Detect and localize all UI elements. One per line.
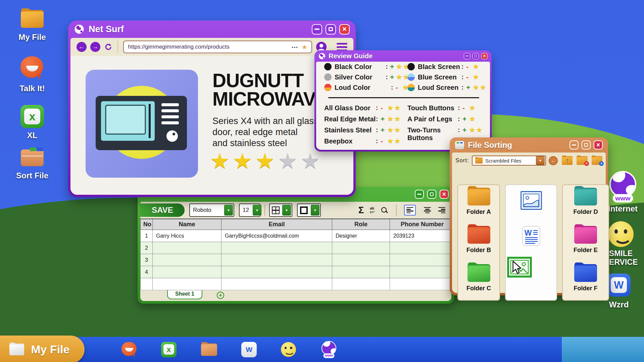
taskbar-icon-smile[interactable] [281,342,296,357]
font-dropdown[interactable]: Roboto ▾ [189,203,234,217]
save-button[interactable]: SAVE [140,203,185,217]
taskbar-icon-xl[interactable]: x [161,342,177,357]
taskbar-icon-talk-it[interactable] [121,342,137,357]
desktop-icon-label: Wzrd [604,300,634,309]
align-center-button[interactable] [424,207,431,214]
chevron-down-icon[interactable]: ▾ [282,205,291,216]
up-arrow-icon: ↑ [565,156,569,164]
chevron-down-icon[interactable]: ▾ [224,205,233,216]
sort-dropdown[interactable]: Scrambled Files ▾ [472,156,546,166]
sum-button[interactable]: Σ [358,205,364,216]
folder-item[interactable]: Folder E [563,226,608,254]
folder-item[interactable]: Folder A [458,188,499,216]
folder-item[interactable]: Folder B [458,226,499,254]
table-row [141,278,452,290]
chevron-down-icon[interactable]: ▾ [536,156,545,165]
table-cell[interactable]: 4 [141,266,153,278]
add-sheet-button[interactable]: + [217,292,224,299]
table-cell[interactable]: 2039123 [390,230,452,242]
folder-item[interactable]: Folder D [563,188,608,216]
image-file-blue[interactable] [506,191,556,210]
minimize-button[interactable] [464,53,470,59]
table-cell[interactable]: 3 [141,254,153,266]
word-document-file[interactable]: W [506,226,556,246]
maximize-button[interactable] [427,190,436,199]
back-button[interactable]: ← [77,42,87,52]
minimize-button[interactable] [569,140,579,149]
desktop-icon-talk-it[interactable]: Talk It! [12,56,52,79]
minimize-button[interactable] [415,190,424,199]
table-cell[interactable] [390,278,452,290]
maximize-button[interactable] [582,140,591,149]
search-icon[interactable] [381,206,388,214]
table-cell[interactable] [332,278,390,290]
color-dot [324,84,332,91]
refresh-icon[interactable] [104,43,112,51]
table-cell[interactable]: 2 [141,242,153,254]
folder-icon [574,188,597,205]
close-button[interactable]: × [481,53,488,59]
url-menu-icon[interactable]: ••• [292,45,298,50]
align-left-button[interactable] [404,205,416,216]
table-cell[interactable] [221,278,332,290]
font-size-dropdown[interactable]: 12 ▾ [239,203,260,217]
table-cell[interactable]: Garry Hiccs [153,230,221,242]
close-button[interactable]: × [440,190,449,199]
chevron-down-icon[interactable]: ▾ [253,205,261,216]
table-cell[interactable]: 1 [141,230,153,242]
align-right-button[interactable] [438,207,445,214]
table-cell[interactable] [141,278,153,290]
folder-item[interactable]: Folder C [458,264,499,292]
review-item-label: Silver Color [335,73,386,81]
folder-icon [467,226,490,244]
table-cell[interactable]: Designer [332,230,390,242]
borders-dropdown[interactable]: ▾ [269,203,292,217]
desktop-icon-sort-file[interactable]: Sort File [12,147,52,166]
close-button[interactable]: × [339,24,350,35]
menu-icon[interactable] [337,43,347,51]
minimize-button[interactable] [312,24,322,35]
table-cell[interactable]: GarryBigHIccss@coldmail.com [221,230,332,242]
image-file-green[interactable] [507,257,556,278]
divider [328,97,479,98]
close-button[interactable]: × [594,140,603,149]
maximize-button[interactable] [326,24,336,35]
table-cell[interactable] [221,242,332,254]
fill-dropdown[interactable]: ▾ [297,203,321,217]
review-row: Touch Buttons : - ★ [407,103,490,114]
table-cell[interactable] [221,266,332,278]
bookmark-star-icon[interactable]: ★ [302,43,307,51]
table-cell[interactable] [153,278,221,290]
table-cell[interactable] [221,254,332,266]
table-cell[interactable] [153,266,221,278]
taskbar-icon-sort-file[interactable] [201,343,217,356]
url-bar[interactable]: https://gimmegimmerating.com/products ••… [123,41,312,53]
folder-up-button[interactable]: ↑ [562,156,573,165]
desktop-icon-my-file[interactable]: My File [12,10,52,28]
start-button[interactable]: My File [0,336,85,362]
chevron-down-icon[interactable]: ▾ [311,205,319,216]
sheet-tab[interactable]: Sheet 1 [167,290,202,299]
delete-folder-button[interactable]: × [577,156,587,165]
product-image[interactable] [86,70,198,178]
new-folder-button[interactable]: + [592,156,602,165]
table-cell[interactable] [153,254,221,266]
review-stars: ★★ [469,126,483,133]
table-cell[interactable] [390,266,452,278]
table-cell[interactable] [390,242,452,254]
maximize-button[interactable] [473,53,479,59]
font-size-value: 12 [240,207,251,214]
table-cell[interactable] [153,242,221,254]
desktop-icon-internet[interactable]: www Internet [604,171,642,214]
folder-item[interactable]: Folder F [563,264,608,292]
back-button[interactable]: ← [549,156,558,165]
table-cell[interactable] [390,254,452,266]
desktop-icon-xl[interactable]: x XL [12,105,52,128]
forward-button[interactable]: → [90,42,100,52]
wrap-text-button[interactable]: ab c↵ [370,206,375,214]
taskbar-icon-internet[interactable]: www [321,341,337,358]
table-cell[interactable] [332,266,390,278]
taskbar-icon-word[interactable]: W [241,342,257,357]
table-cell[interactable] [332,254,390,266]
table-cell[interactable] [332,242,390,254]
